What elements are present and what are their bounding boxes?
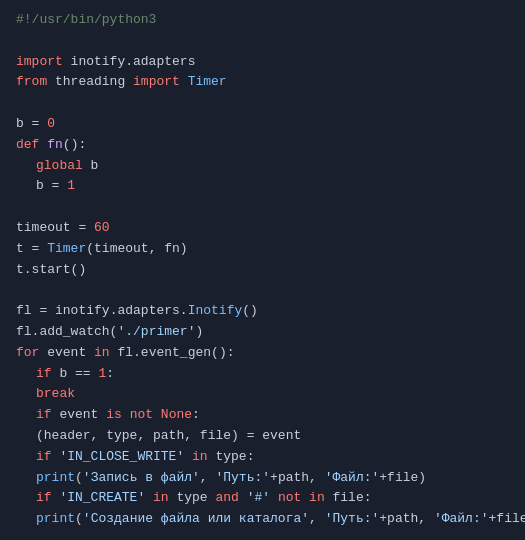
code-line: break — [16, 384, 509, 405]
code-token: ( — [75, 509, 83, 530]
code-line: if 'IN_CREATE' in type and '#' not in fi… — [16, 488, 509, 509]
code-token: 'Путь:' — [215, 468, 270, 489]
code-token: .start() — [24, 260, 86, 281]
code-token: 'Создание файла или каталога' — [83, 509, 309, 530]
code-token — [16, 509, 36, 530]
code-line: def fn(): — [16, 135, 509, 156]
code-token: threading — [55, 72, 125, 93]
code-line — [16, 197, 509, 218]
code-token: : — [247, 447, 255, 468]
code-token: 60 — [94, 218, 110, 239]
code-token: fl — [117, 343, 133, 364]
code-token: 'Путь:' — [325, 509, 380, 530]
code-token: : — [364, 488, 372, 509]
code-token: fl — [16, 322, 32, 343]
code-line: print('Создание файла или каталога', 'Пу… — [16, 509, 509, 530]
code-token: event — [47, 343, 86, 364]
code-token: == — [67, 364, 98, 385]
code-line: if 'IN_CLOSE_WRITE' in type: — [16, 447, 509, 468]
code-token: 1 — [67, 176, 75, 197]
code-token: = — [32, 301, 55, 322]
code-token: +file) — [489, 509, 525, 530]
code-token: (header, type, path, file) — [36, 426, 239, 447]
code-line — [16, 31, 509, 52]
code-token: inotify — [55, 301, 110, 322]
code-token — [16, 384, 36, 405]
code-token: type — [176, 488, 207, 509]
code-token: file — [333, 488, 364, 509]
code-token: #!/usr/bin/python3 — [16, 10, 156, 31]
code-line: import inotify.adapters — [16, 52, 509, 73]
code-token: : — [192, 405, 200, 426]
code-token: if — [36, 364, 59, 385]
code-line: for event in fl.event_gen(): — [16, 343, 509, 364]
code-token: b — [36, 176, 44, 197]
code-line: b = 1 — [16, 176, 509, 197]
code-line: print('Запись в файл', 'Путь:'+path, 'Фа… — [16, 468, 509, 489]
code-token: .add_watch( — [32, 322, 118, 343]
code-line: fl.add_watch('./primer') — [16, 322, 509, 343]
code-token: if — [36, 447, 59, 468]
code-token — [16, 426, 36, 447]
code-token: in — [184, 447, 215, 468]
code-token: def — [16, 135, 47, 156]
code-token: in — [145, 488, 176, 509]
code-token: = — [24, 239, 47, 260]
code-line: fl = inotify.adapters.Inotify() — [16, 301, 509, 322]
code-editor: #!/usr/bin/python3 import inotify.adapte… — [0, 0, 525, 540]
code-token: if — [36, 488, 59, 509]
code-token: print — [36, 509, 75, 530]
code-token — [16, 156, 36, 177]
code-token: t — [16, 239, 24, 260]
code-token: not in — [270, 488, 332, 509]
code-line: b = 0 — [16, 114, 509, 135]
code-token: if — [36, 405, 59, 426]
code-token: print — [36, 468, 75, 489]
code-token: , — [200, 468, 216, 489]
code-token: event — [59, 405, 98, 426]
code-token: fn — [47, 135, 63, 156]
code-token: timeout — [16, 218, 71, 239]
code-token: is not — [98, 405, 160, 426]
code-line: t.start() — [16, 260, 509, 281]
code-token: Timer — [47, 239, 86, 260]
code-token: './primer' — [117, 322, 195, 343]
code-token: 1 — [98, 364, 106, 385]
code-token: +file) — [379, 468, 426, 489]
code-token: : — [106, 364, 114, 385]
code-token: t — [16, 260, 24, 281]
code-token: ( — [75, 468, 83, 489]
code-token: Timer — [188, 72, 227, 93]
code-line — [16, 530, 509, 540]
code-token: 'Файл:' — [426, 509, 488, 530]
code-token: for — [16, 343, 47, 364]
code-token — [16, 364, 36, 385]
code-line: from threading import Timer — [16, 72, 509, 93]
code-token: in — [86, 343, 117, 364]
code-token: = — [44, 176, 67, 197]
code-token: b — [59, 364, 67, 385]
code-token: = — [24, 114, 47, 135]
code-token: .event_gen(): — [133, 343, 234, 364]
code-line: if b == 1: — [16, 364, 509, 385]
code-token: from — [16, 72, 55, 93]
code-token: +path, — [270, 468, 317, 489]
code-token: b — [91, 156, 99, 177]
code-token: 'IN_CLOSE_WRITE' — [59, 447, 184, 468]
code-token: event — [262, 426, 301, 447]
code-token: 'IN_CREATE' — [59, 488, 145, 509]
code-line — [16, 93, 509, 114]
code-line: global b — [16, 156, 509, 177]
code-token: type — [215, 447, 246, 468]
code-token: import — [125, 72, 187, 93]
code-token: break — [36, 384, 75, 405]
code-token: .adapters. — [110, 301, 188, 322]
code-token: fl — [16, 301, 32, 322]
code-token: b — [16, 114, 24, 135]
code-line: #!/usr/bin/python3 — [16, 10, 509, 31]
code-token: 'Файл:' — [317, 468, 379, 489]
code-token — [16, 488, 36, 509]
code-line: if event is not None: — [16, 405, 509, 426]
code-token: inotify.adapters — [71, 52, 196, 73]
code-line: (header, type, path, file) = event — [16, 426, 509, 447]
